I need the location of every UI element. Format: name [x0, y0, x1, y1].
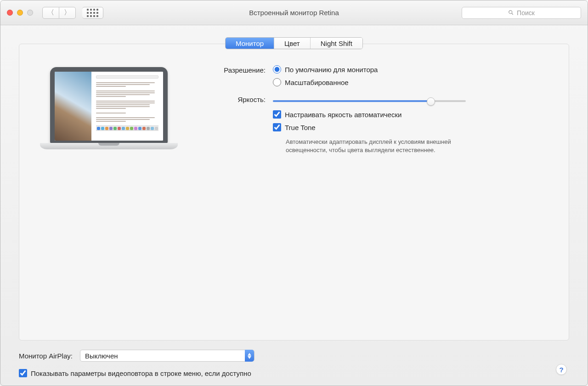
- resolution-label: Разрешение:: [197, 65, 266, 74]
- help-button[interactable]: ?: [556, 364, 567, 375]
- titlebar: 〈 〉 Встроенный монитор Retina Поиск: [0, 0, 588, 25]
- laptop-icon: [50, 67, 168, 143]
- resolution-scaled-input[interactable]: [273, 78, 281, 86]
- brightness-label: Яркость:: [197, 95, 266, 103]
- resolution-default-input[interactable]: [273, 65, 281, 74]
- search-icon: [508, 10, 514, 16]
- auto-brightness-checkbox[interactable]: Настраивать яркость автоматически: [273, 110, 550, 119]
- slider-knob[interactable]: [427, 97, 435, 106]
- settings-panel: Разрешение: По умолчанию для монитора Ма…: [19, 44, 569, 341]
- bottom-controls: Монитор AirPlay: Выключен Показывать пар…: [19, 350, 569, 377]
- tab-night-shift-label: Night Shift: [321, 40, 352, 47]
- slider-fill: [273, 100, 431, 102]
- resolution-default-radio[interactable]: По умолчанию для монитора: [273, 65, 550, 74]
- airplay-select[interactable]: Выключен: [80, 350, 254, 362]
- show-all-button[interactable]: [82, 7, 103, 19]
- tab-monitor-label: Монитор: [236, 40, 264, 47]
- mirroring-label: Показывать параметры видеоповтора в стро…: [31, 369, 251, 377]
- maximize-icon[interactable]: [27, 10, 33, 16]
- true-tone-input[interactable]: [273, 123, 281, 131]
- auto-brightness-text: Настраивать яркость автоматически: [285, 111, 401, 119]
- airplay-label: Монитор AirPlay:: [19, 352, 73, 360]
- settings-column: Разрешение: По умолчанию для монитора Ма…: [197, 65, 550, 162]
- chevron-right-icon: 〉: [64, 8, 71, 17]
- resolution-scaled-radio[interactable]: Масштабированное: [273, 78, 550, 86]
- airplay-value: Выключен: [85, 352, 118, 360]
- content-area: Монитор Цвет Night Shift: [0, 25, 588, 386]
- show-all-group: [82, 7, 103, 19]
- tab-monitor[interactable]: Монитор: [226, 38, 274, 49]
- stepper-arrows-icon: [245, 350, 254, 362]
- display-preview: [38, 65, 180, 162]
- true-tone-text: True Tone: [285, 124, 316, 131]
- chevron-left-icon: 〈: [47, 8, 54, 17]
- tab-night-shift[interactable]: Night Shift: [310, 38, 362, 49]
- traffic-lights: [7, 10, 33, 16]
- forward-button[interactable]: 〉: [59, 7, 76, 19]
- help-icon: ?: [559, 366, 563, 374]
- tab-color[interactable]: Цвет: [274, 38, 310, 49]
- resolution-scaled-text: Масштабированное: [285, 79, 349, 86]
- tab-bar: Монитор Цвет Night Shift: [19, 37, 569, 50]
- mirroring-checkbox[interactable]: [19, 369, 27, 377]
- back-button[interactable]: 〈: [42, 7, 59, 19]
- resolution-default-text: По умолчанию для монитора: [285, 66, 378, 74]
- laptop-base-icon: [40, 143, 178, 149]
- true-tone-description: Автоматически адаптировать дисплей к усл…: [286, 138, 483, 154]
- search-input[interactable]: Поиск: [462, 7, 581, 19]
- auto-brightness-input[interactable]: [273, 110, 281, 119]
- brightness-slider[interactable]: [273, 96, 466, 106]
- true-tone-checkbox[interactable]: True Tone: [273, 123, 550, 131]
- tab-color-label: Цвет: [284, 40, 300, 47]
- search-placeholder: Поиск: [517, 9, 535, 17]
- nav-buttons: 〈 〉: [42, 7, 76, 19]
- grid-icon: [87, 9, 98, 17]
- preferences-window: 〈 〉 Встроенный монитор Retina Поиск: [0, 0, 588, 386]
- minimize-icon[interactable]: [17, 10, 23, 16]
- close-icon[interactable]: [7, 10, 13, 16]
